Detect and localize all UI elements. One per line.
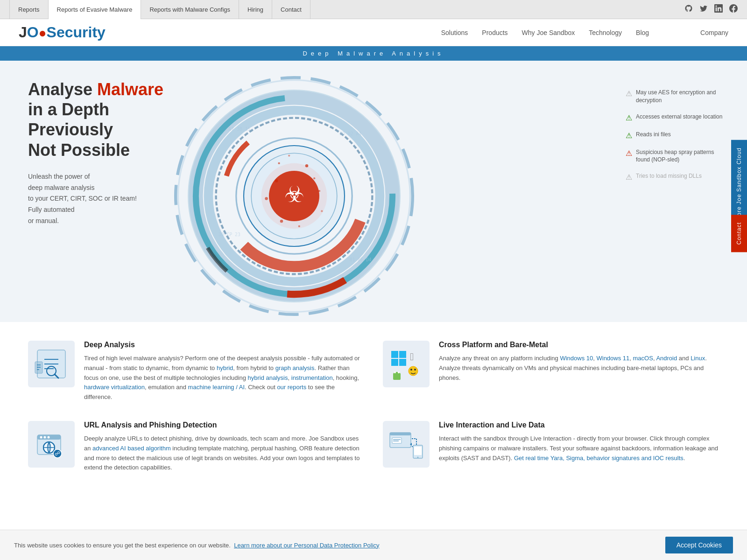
topnav-hiring[interactable]: Hiring (239, 0, 272, 19)
link-graph[interactable]: graph analysis (275, 364, 315, 371)
svg-point-57 (44, 436, 46, 438)
contact-button[interactable]: Contact (731, 215, 747, 252)
topnav-evasive-malware[interactable]: Reports of Evasive Malware (49, 0, 141, 19)
hero-title: Analyse Malware in a DepthPreviouslyNot … (28, 79, 163, 160)
banner-text: Deep Malware Analysis (303, 50, 444, 57)
url-analysis-title: URL Analysis and Phishing Detection (84, 421, 364, 429)
feature-live-interaction: Live Interaction and Live Data Interact … (383, 421, 719, 473)
url-analysis-content: URL Analysis and Phishing Detection Deep… (84, 421, 364, 473)
svg-rect-67 (392, 438, 402, 443)
hero-title-part2: in a DepthPreviouslyNot Possible (28, 100, 130, 159)
topnav-reports[interactable]: Reports (9, 0, 49, 19)
svg-point-18 (313, 177, 315, 179)
indicator-reads-ini: ⚠ Reads ini files (626, 131, 728, 140)
svg-point-22 (265, 197, 268, 200)
topnav-contact[interactable]: Contact (272, 0, 310, 19)
hero-subtitle: Unleash the power of deep malware analys… (28, 171, 163, 227)
indicator-storage: ⚠ Accesses external storage location (626, 113, 728, 122)
link-hybrid-analysis[interactable]: hybrid analysis (248, 374, 288, 381)
hero-graphic: ☣ A7 3B 15 8D 02 A4 30 CP 23 81 8F D4 (163, 70, 425, 322)
feature-deep-analysis: Deep Analysis Tired of high level malwar… (28, 341, 364, 402)
nav-technology[interactable]: Technology (589, 29, 622, 36)
link-win11[interactable]: Windows 11 (596, 355, 629, 362)
indicator-aes: ⚠ May use AES for encryption and decrypt… (626, 89, 728, 105)
nav-solutions[interactable]: Solutions (441, 29, 468, 36)
hero-title-malware: Malware (97, 80, 163, 99)
live-interaction-text: Interact with the sandbox through Live I… (439, 434, 719, 463)
svg-rect-48 (393, 373, 401, 380)
indicator-dll-text: Tries to load missing DLLs (636, 172, 702, 180)
svg-point-16 (278, 162, 280, 164)
indicator-heap-spray: ⚠ Suspicious heap spray patterns found (… (626, 148, 728, 164)
linkedin-icon[interactable] (714, 4, 723, 14)
svg-point-24 (280, 220, 283, 223)
link-ai-algorithm[interactable]: advanced AI based algorithm (92, 445, 171, 452)
github-icon[interactable] (684, 4, 693, 14)
svg-point-56 (40, 436, 42, 438)
hero-section: Analyse Malware in a DepthPreviouslyNot … (0, 61, 747, 322)
svg-rect-43 (399, 351, 406, 358)
svg-text:8D 02 A4: 8D 02 A4 (339, 131, 361, 136)
nav-products[interactable]: Products (482, 29, 507, 36)
svg-point-19 (275, 179, 278, 182)
link-instrumentation[interactable]: instrumentation (291, 374, 333, 381)
svg-text:☣: ☣ (284, 182, 304, 207)
svg-text:81 8F D4: 81 8F D4 (350, 257, 372, 262)
cross-platform-text: Analyze any threat on any platform inclu… (439, 354, 719, 383)
svg-point-17 (305, 164, 308, 167)
link-ml-ai[interactable]: machine learning / AI (188, 384, 245, 391)
svg-point-25 (321, 210, 323, 212)
svg-text:A7 3B 15: A7 3B 15 (229, 126, 251, 132)
cross-platform-title: Cross Platform and Bare-Metal (439, 341, 719, 349)
link-hardware-virt[interactable]: hardware virtualization (84, 384, 145, 391)
link-linux[interactable]: Linux (691, 355, 705, 362)
indicator-ini-text: Reads ini files (636, 131, 671, 139)
warn-green-icon-2: ⚠ (626, 131, 632, 140)
live-interaction-icon (383, 421, 430, 468)
url-analysis-text: Deeply analyze URLs to detect phishing, … (84, 434, 364, 473)
top-nav-links: Reports Reports of Evasive Malware Repor… (9, 0, 310, 19)
warn-gray-icon-1: ⚠ (626, 89, 632, 98)
link-get-real-time[interactable]: Get real time Yara, Sigma, behavior sign… (514, 455, 684, 462)
nav-why-joe[interactable]: Why Joe Sandbox (522, 29, 575, 36)
svg-point-73 (417, 456, 419, 458)
logo[interactable]: JO● Security (19, 24, 106, 41)
svg-point-52 (410, 369, 412, 371)
svg-point-53 (414, 369, 416, 371)
hero-text: Analyse Malware in a DepthPreviouslyNot … (28, 79, 163, 227)
twitter-icon[interactable] (699, 4, 708, 14)
svg-text:30 CP 23: 30 CP 23 (218, 232, 240, 237)
indicator-missing-dlls: ⚠ Tries to load missing DLLs (626, 172, 728, 182)
nav-blog[interactable]: Blog (636, 29, 649, 36)
warn-green-icon-1: ⚠ (626, 113, 632, 122)
svg-rect-42 (391, 351, 398, 358)
social-links (684, 4, 738, 14)
cross-platform-content: Cross Platform and Bare-Metal Analyze an… (439, 341, 719, 383)
url-analysis-icon: ☍ (28, 421, 75, 468)
facebook-icon[interactable] (729, 4, 738, 14)
indicator-heap-text: Suspicious heap spray patterns found (NO… (636, 148, 728, 164)
svg-point-50 (398, 371, 400, 373)
svg-point-20 (288, 154, 290, 156)
indicator-storage-text: Accesses external storage location (636, 113, 722, 121)
link-android[interactable]: Android (656, 355, 677, 362)
svg-rect-72 (414, 447, 422, 455)
svg-rect-45 (399, 359, 406, 366)
link-our-reports[interactable]: our reports (277, 384, 306, 391)
link-hybrid[interactable]: hybrid (217, 364, 233, 371)
live-interaction-content: Live Interaction and Live Data Interact … (439, 421, 719, 463)
svg-text::  (410, 351, 414, 363)
warn-red-icon-1: ⚠ (626, 149, 632, 158)
deep-analysis-title: Deep Analysis (84, 341, 364, 349)
nav-company[interactable]: Company (700, 29, 728, 36)
topnav-malware-configs[interactable]: Reports with Malware Configs (141, 0, 239, 19)
link-win10[interactable]: Windows 10 (560, 355, 593, 362)
logo-security: Security (47, 24, 106, 41)
svg-point-49 (394, 371, 396, 373)
indicator-aes-text: May use AES for encryption and decryptio… (636, 89, 728, 105)
svg-rect-66 (390, 433, 411, 435)
features-section: Deep Analysis Tired of high level malwar… (0, 322, 747, 491)
main-header: JO● Security Solutions Products Why Joe … (0, 19, 747, 46)
link-macos[interactable]: macOS (633, 355, 653, 362)
deep-analysis-text: Tired of high level malware analysis? Pe… (84, 354, 364, 402)
